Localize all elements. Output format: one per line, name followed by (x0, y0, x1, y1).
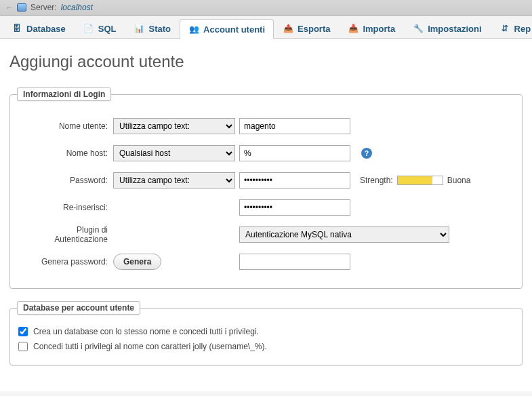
row-host: Nome host: Qualsiasi host ? (17, 142, 515, 165)
create-db-checkbox[interactable] (18, 327, 28, 336)
help-icon[interactable]: ? (361, 148, 372, 159)
host-type-select[interactable]: Qualsiasi host (113, 145, 235, 161)
tab-label: Esporta (298, 24, 330, 34)
host-input[interactable] (239, 145, 350, 161)
tab-bar: 🗄 Database 📄 SQL 📊 Stato 👥 Account utent… (0, 16, 532, 39)
tab-label: Importa (363, 24, 395, 34)
generated-password-input[interactable] (239, 254, 350, 270)
login-info-fieldset: Informazioni di Login Nome utente: Utili… (9, 87, 523, 289)
tab-import[interactable]: 📥 Importa (339, 18, 404, 38)
host-label: Nome host: (17, 148, 113, 158)
row-retype: Re-inserisci: (17, 196, 515, 219)
password-type-select[interactable]: Utilizza campo text: (113, 172, 235, 189)
page-title: Aggiungi account utente (9, 52, 523, 71)
login-info-legend: Informazioni di Login (17, 87, 111, 101)
tab-label: Database (26, 24, 66, 34)
strength-text: Buona (447, 176, 471, 185)
database-fieldset: Database per account utente Crea un data… (9, 301, 523, 365)
tab-label: SQL (98, 24, 117, 34)
generate-label: Genera password: (17, 257, 113, 266)
server-icon (17, 3, 26, 12)
strength-bar (397, 176, 443, 185)
wildcard-checkbox[interactable] (18, 342, 28, 351)
password-input[interactable] (239, 172, 350, 189)
row-username: Nome utente: Utilizza campo text: (17, 115, 515, 138)
export-icon: 📤 (283, 23, 293, 34)
wildcard-label: Concedi tutti i privilegi al nome con ca… (33, 342, 267, 351)
auth-plugin-select[interactable]: Autenticazione MySQL nativa (239, 226, 449, 243)
breadcrumb: ← Server: localhost (0, 0, 532, 16)
status-icon: 📊 (134, 23, 145, 34)
retype-label: Re-inserisci: (17, 203, 113, 212)
create-db-label: Crea un database con lo stesso nome e co… (33, 327, 259, 336)
tab-label: Impostazioni (428, 24, 481, 34)
password-strength: Strength: Buona (360, 176, 470, 185)
tab-settings[interactable]: 🔧 Impostazioni (404, 18, 490, 38)
breadcrumb-back-icon[interactable]: ← (5, 3, 13, 12)
row-generate: Genera password: Genera (17, 250, 515, 273)
breadcrumb-server-label: Server: (30, 3, 57, 12)
tab-label: Rep (514, 24, 531, 34)
strength-label: Strength: (360, 176, 393, 185)
database-icon: 🗄 (12, 23, 22, 34)
users-icon: 👥 (188, 24, 199, 35)
password-label: Password: (17, 176, 113, 185)
main-content: Aggiungi account utente Informazioni di … (0, 39, 532, 391)
breadcrumb-server-link[interactable]: localhost (61, 3, 93, 12)
tab-status[interactable]: 📊 Stato (125, 18, 180, 38)
row-password: Password: Utilizza campo text: Strength:… (17, 169, 515, 192)
import-icon: 📥 (348, 23, 359, 34)
row-wildcard: Concedi tutti i privilegi al nome con ca… (17, 339, 515, 354)
username-input[interactable] (239, 118, 350, 134)
database-legend: Database per account utente (17, 301, 140, 315)
tab-label: Account utenti (203, 24, 265, 35)
row-auth-plugin: Plugin di Autenticazione Autenticazione … (17, 223, 515, 246)
generate-button[interactable]: Genera (113, 254, 161, 270)
username-label: Nome utente: (17, 121, 113, 131)
gear-icon: 🔧 (413, 23, 424, 34)
auth-plugin-label: Plugin di Autenticazione (17, 225, 113, 244)
sql-icon: 📄 (83, 23, 94, 34)
tab-sql[interactable]: 📄 SQL (75, 18, 125, 38)
tab-database[interactable]: 🗄 Database (3, 18, 75, 38)
retype-input[interactable] (239, 199, 350, 216)
replication-icon: ⇵ (499, 23, 510, 34)
tab-replication[interactable]: ⇵ Rep (491, 18, 532, 38)
username-type-select[interactable]: Utilizza campo text: (113, 118, 235, 134)
tab-user-accounts[interactable]: 👥 Account utenti (180, 19, 274, 39)
tab-export[interactable]: 📤 Esporta (274, 18, 339, 38)
row-create-db: Crea un database con lo stesso nome e co… (17, 324, 515, 339)
tab-label: Stato (149, 24, 171, 34)
